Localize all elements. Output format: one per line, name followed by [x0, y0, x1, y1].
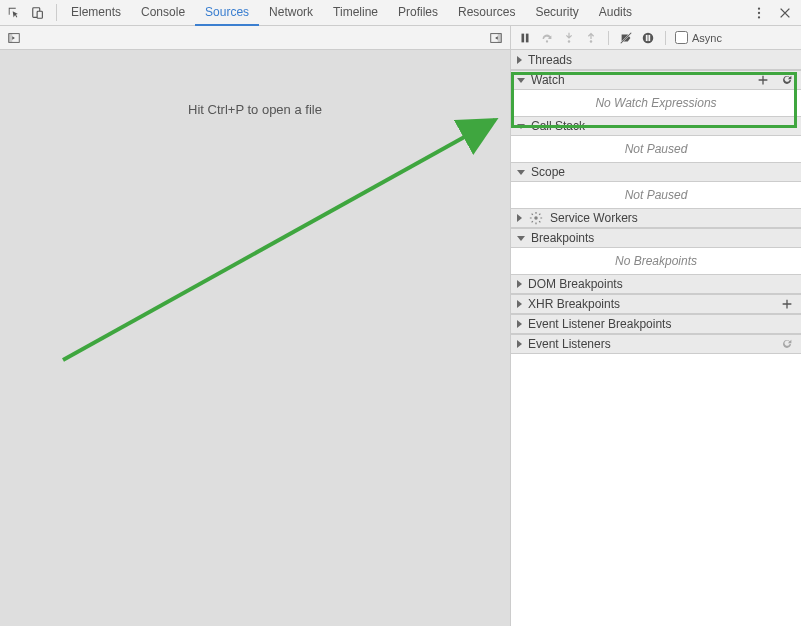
- svg-rect-8: [498, 33, 502, 42]
- expand-icon: [517, 320, 522, 328]
- tab-console[interactable]: Console: [131, 0, 195, 26]
- tab-label: Audits: [599, 5, 632, 19]
- show-debugger-icon[interactable]: [488, 30, 504, 46]
- debug-toolbar: Async: [511, 26, 801, 50]
- step-into-icon[interactable]: [561, 30, 577, 46]
- svg-point-13: [590, 40, 592, 42]
- panel-dom-breakpoints[interactable]: DOM Breakpoints: [511, 274, 801, 294]
- panel-call-stack-body: Not Paused: [511, 136, 801, 162]
- inspect-element-icon[interactable]: [6, 5, 22, 21]
- svg-point-12: [568, 40, 570, 42]
- editor-body: Hit Ctrl+P to open a file: [0, 50, 510, 626]
- svg-rect-6: [9, 33, 13, 42]
- panel-threads[interactable]: Threads: [511, 50, 801, 70]
- panel-title: Breakpoints: [531, 231, 795, 245]
- pause-on-exceptions-icon[interactable]: [640, 30, 656, 46]
- step-out-icon[interactable]: [583, 30, 599, 46]
- divider: [665, 31, 666, 45]
- tab-label: Console: [141, 5, 185, 19]
- open-file-hint: Hit Ctrl+P to open a file: [188, 102, 322, 626]
- expand-icon: [517, 340, 522, 348]
- close-icon[interactable]: [777, 5, 793, 21]
- async-checkbox[interactable]: Async: [675, 31, 722, 44]
- tabbar-left-icons: [0, 0, 52, 25]
- panel-call-stack[interactable]: Call Stack: [511, 116, 801, 136]
- deactivate-breakpoints-icon[interactable]: [618, 30, 634, 46]
- debugger-sidebar: Async Threads Watch No Watch Expressions: [511, 26, 801, 626]
- show-navigator-icon[interactable]: [6, 30, 22, 46]
- tab-label: Sources: [205, 5, 249, 19]
- panel-title: Event Listeners: [528, 337, 773, 351]
- sidebar-panels: Threads Watch No Watch Expressions Call …: [511, 50, 801, 626]
- divider: [608, 31, 609, 45]
- empty-text: No Breakpoints: [615, 254, 697, 268]
- panel-xhr-breakpoints[interactable]: XHR Breakpoints: [511, 294, 801, 314]
- refresh-watch-icon[interactable]: [779, 72, 795, 88]
- refresh-event-listeners-icon[interactable]: [779, 336, 795, 352]
- async-label: Async: [692, 32, 722, 44]
- tab-elements[interactable]: Elements: [61, 0, 131, 26]
- collapse-icon: [517, 124, 525, 129]
- expand-icon: [517, 300, 522, 308]
- panel-scope-body: Not Paused: [511, 182, 801, 208]
- svg-point-4: [758, 16, 760, 18]
- devtools-tabbar: Elements Console Sources Network Timelin…: [0, 0, 801, 26]
- collapse-icon: [517, 170, 525, 175]
- panel-title: XHR Breakpoints: [528, 297, 773, 311]
- device-mode-icon[interactable]: [30, 5, 46, 21]
- add-watch-icon[interactable]: [755, 72, 771, 88]
- panel-scope[interactable]: Scope: [511, 162, 801, 182]
- panel-watch[interactable]: Watch: [511, 70, 801, 90]
- tab-network[interactable]: Network: [259, 0, 323, 26]
- kebab-menu-icon[interactable]: [751, 5, 767, 21]
- gear-icon: [528, 210, 544, 226]
- svg-point-14: [643, 32, 654, 43]
- add-xhr-breakpoint-icon[interactable]: [779, 296, 795, 312]
- panel-event-listener-breakpoints[interactable]: Event Listener Breakpoints: [511, 314, 801, 334]
- tab-label: Security: [535, 5, 578, 19]
- tab-timeline[interactable]: Timeline: [323, 0, 388, 26]
- devtools-tabs: Elements Console Sources Network Timelin…: [61, 0, 642, 25]
- panel-breakpoints[interactable]: Breakpoints: [511, 228, 801, 248]
- panel-service-workers[interactable]: Service Workers: [511, 208, 801, 228]
- panel-title: Event Listener Breakpoints: [528, 317, 795, 331]
- svg-point-17: [534, 216, 538, 220]
- editor-column: Hit Ctrl+P to open a file: [0, 26, 511, 626]
- expand-icon: [517, 56, 522, 64]
- pause-icon[interactable]: [517, 30, 533, 46]
- editor-toolbar: [0, 26, 510, 50]
- step-over-icon[interactable]: [539, 30, 555, 46]
- svg-rect-9: [522, 33, 525, 42]
- tab-label: Elements: [71, 5, 121, 19]
- collapse-icon: [517, 78, 525, 83]
- tab-security[interactable]: Security: [525, 0, 588, 26]
- panel-title: Call Stack: [531, 119, 795, 133]
- svg-rect-1: [37, 11, 42, 18]
- tab-label: Profiles: [398, 5, 438, 19]
- svg-point-11: [546, 40, 548, 42]
- panel-title: Scope: [531, 165, 795, 179]
- panel-title: Service Workers: [550, 211, 795, 225]
- tabbar-right-icons: [743, 0, 801, 25]
- tab-label: Resources: [458, 5, 515, 19]
- svg-rect-10: [526, 33, 529, 42]
- status-text: Not Paused: [625, 188, 688, 202]
- tab-sources[interactable]: Sources: [195, 0, 259, 26]
- async-checkbox-input[interactable]: [675, 31, 688, 44]
- svg-rect-15: [646, 34, 648, 40]
- expand-icon: [517, 280, 522, 288]
- panel-event-listeners[interactable]: Event Listeners: [511, 334, 801, 354]
- svg-rect-16: [648, 34, 650, 40]
- panel-title: Threads: [528, 53, 795, 67]
- tab-resources[interactable]: Resources: [448, 0, 525, 26]
- tab-label: Timeline: [333, 5, 378, 19]
- collapse-icon: [517, 236, 525, 241]
- tab-profiles[interactable]: Profiles: [388, 0, 448, 26]
- tab-audits[interactable]: Audits: [589, 0, 642, 26]
- panel-title: Watch: [531, 73, 749, 87]
- panel-watch-body: No Watch Expressions: [511, 90, 801, 116]
- empty-text: No Watch Expressions: [595, 96, 716, 110]
- expand-icon: [517, 214, 522, 222]
- panel-breakpoints-body: No Breakpoints: [511, 248, 801, 274]
- svg-point-2: [758, 7, 760, 9]
